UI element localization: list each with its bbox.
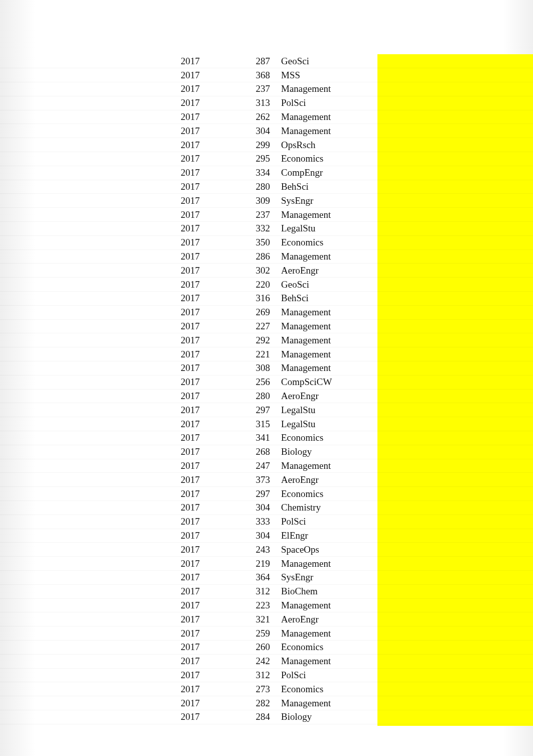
value-cell: 223 — [241, 598, 270, 612]
blank-cell — [0, 138, 181, 152]
table-row: 2017247Management — [0, 459, 533, 473]
label-cell: LegalStu — [281, 417, 361, 431]
label-cell: Management — [281, 333, 361, 347]
value-cell: 262 — [241, 110, 270, 124]
table-row: 2017334CompEngr — [0, 166, 533, 180]
year-cell: 2017 — [181, 710, 241, 724]
gap-cell — [270, 138, 281, 152]
gap-cell — [270, 584, 281, 598]
blank-cell — [0, 654, 181, 668]
gap-cell — [270, 124, 281, 138]
blank-cell — [361, 264, 533, 278]
blank-cell — [361, 473, 533, 487]
table-row: 2017227Management — [0, 319, 533, 333]
label-cell: AeroEngr — [281, 473, 361, 487]
gap-cell — [270, 431, 281, 445]
table-row: 2017304Management — [0, 124, 533, 138]
label-cell: Biology — [281, 445, 361, 459]
blank-cell — [0, 347, 181, 361]
label-cell: OpsRsch — [281, 138, 361, 152]
blank-cell — [361, 68, 533, 82]
value-cell: 333 — [241, 515, 270, 529]
gap-cell — [270, 696, 281, 710]
table-row: 2017333PolSci — [0, 515, 533, 529]
value-cell: 295 — [241, 152, 270, 166]
table-row: 2017284Biology — [0, 710, 533, 724]
value-cell: 304 — [241, 501, 270, 515]
blank-cell — [361, 82, 533, 96]
label-cell: CompEngr — [281, 166, 361, 180]
table-row: 2017280AeroEngr — [0, 389, 533, 403]
year-cell: 2017 — [181, 68, 241, 82]
gap-cell — [270, 612, 281, 626]
value-cell: 312 — [241, 668, 270, 682]
blank-cell — [361, 54, 533, 68]
blank-cell — [0, 445, 181, 459]
blank-cell — [0, 292, 181, 306]
table-row: 2017262Management — [0, 110, 533, 124]
table-row: 2017223Management — [0, 598, 533, 612]
table-row: 2017243SpaceOps — [0, 543, 533, 557]
blank-cell — [361, 598, 533, 612]
table-row: 2017256CompSciCW — [0, 375, 533, 389]
blank-cell — [361, 459, 533, 473]
blank-cell — [0, 110, 181, 124]
table-row: 2017299OpsRsch — [0, 138, 533, 152]
table-row: 2017242Management — [0, 654, 533, 668]
year-cell: 2017 — [181, 682, 241, 696]
table-row: 2017313PolSci — [0, 96, 533, 110]
year-cell: 2017 — [181, 557, 241, 571]
blank-cell — [361, 180, 533, 194]
blank-cell — [0, 235, 181, 249]
year-cell: 2017 — [181, 235, 241, 249]
year-cell: 2017 — [181, 654, 241, 668]
value-cell: 321 — [241, 612, 270, 626]
value-cell: 316 — [241, 292, 270, 306]
label-cell: AeroEngr — [281, 389, 361, 403]
value-cell: 282 — [241, 696, 270, 710]
year-cell: 2017 — [181, 110, 241, 124]
blank-cell — [361, 347, 533, 361]
label-cell: SysEngr — [281, 194, 361, 208]
label-cell: AeroEngr — [281, 264, 361, 278]
gap-cell — [270, 152, 281, 166]
blank-cell — [0, 361, 181, 375]
blank-cell — [361, 668, 533, 682]
table-row: 2017312PolSci — [0, 668, 533, 682]
label-cell: PolSci — [281, 515, 361, 529]
year-cell: 2017 — [181, 264, 241, 278]
value-cell: 334 — [241, 166, 270, 180]
blank-cell — [361, 110, 533, 124]
blank-cell — [0, 417, 181, 431]
blank-cell — [0, 626, 181, 641]
gap-cell — [270, 235, 281, 249]
table-row: 2017321AeroEngr — [0, 612, 533, 626]
gap-cell — [270, 54, 281, 68]
blank-cell — [0, 96, 181, 110]
year-cell: 2017 — [181, 96, 241, 110]
value-cell: 364 — [241, 570, 270, 584]
blank-cell — [361, 403, 533, 417]
value-cell: 219 — [241, 557, 270, 571]
value-cell: 297 — [241, 487, 270, 501]
year-cell: 2017 — [181, 82, 241, 96]
gap-cell — [270, 319, 281, 333]
label-cell: Management — [281, 557, 361, 571]
blank-cell — [361, 445, 533, 459]
value-cell: 368 — [241, 68, 270, 82]
table-row: 2017220GeoSci — [0, 278, 533, 292]
blank-cell — [0, 319, 181, 333]
blank-cell — [361, 543, 533, 557]
blank-cell — [361, 166, 533, 180]
table-row: 2017297LegalStu — [0, 403, 533, 417]
table-row: 2017309SysEngr — [0, 194, 533, 208]
value-cell: 260 — [241, 640, 270, 654]
data-table: 2017287GeoSci2017368MSS2017237Management… — [0, 54, 533, 724]
blank-cell — [0, 487, 181, 501]
year-cell: 2017 — [181, 543, 241, 557]
table-row: 2017237Management — [0, 208, 533, 222]
blank-cell — [0, 640, 181, 654]
value-cell: 308 — [241, 361, 270, 375]
table-row: 2017373AeroEngr — [0, 473, 533, 487]
label-cell: Management — [281, 626, 361, 641]
